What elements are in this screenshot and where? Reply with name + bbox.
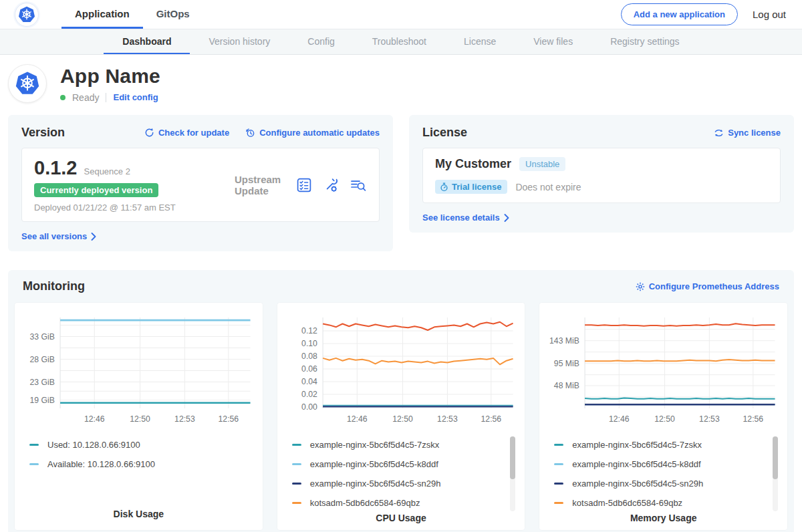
gear-icon — [636, 282, 645, 291]
chart-title: Memory Usage — [547, 513, 779, 527]
memory-usage-legend: example-nginx-5bc6f5d4c5-7zskxexample-ng… — [554, 435, 779, 513]
legend-dash-icon — [554, 444, 563, 446]
legend-item: example-nginx-5bc6f5d4c5-k8ddf — [554, 454, 779, 474]
deployed-timestamp: Deployed 01/21/22 @ 11:57 am EST — [34, 203, 235, 213]
see-license-details-link[interactable]: See license details — [422, 213, 509, 223]
legend-item: kotsadm-5db6dc6584-69qbz — [554, 493, 779, 513]
legend-dash-icon — [292, 502, 301, 504]
license-type-badge: Trial license — [435, 180, 507, 194]
kubernetes-app-icon — [14, 70, 41, 97]
subnav-tab-version-history[interactable]: Version history — [190, 29, 289, 54]
subnav-tab-view-files[interactable]: View files — [515, 29, 591, 54]
svg-text:19 GiB: 19 GiB — [30, 396, 55, 405]
license-card-title: License — [422, 126, 467, 140]
config-wrench-icon[interactable] — [323, 177, 339, 193]
legend-dash-icon — [554, 463, 563, 465]
page-title: App Name — [60, 65, 160, 88]
legend-item: example-nginx-5bc6f5d4c5-sn29h — [292, 474, 517, 493]
kubernetes-logo[interactable] — [15, 3, 39, 27]
svg-text:12:50: 12:50 — [655, 414, 676, 424]
svg-text:33 GiB: 33 GiB — [30, 332, 55, 342]
legend-label: example-nginx-5bc6f5d4c5-7zskx — [572, 440, 702, 450]
svg-text:0.04: 0.04 — [301, 377, 317, 386]
legend-dash-icon — [29, 463, 39, 465]
svg-text:12:56: 12:56 — [219, 414, 239, 424]
legend-dash-icon — [29, 444, 39, 446]
version-sequence: Sequence 2 — [84, 166, 130, 176]
deployed-badge: Currently deployed version — [34, 183, 158, 197]
svg-text:48 MiB: 48 MiB — [554, 381, 579, 390]
svg-text:0.08: 0.08 — [301, 352, 317, 361]
version-card: Version Check for update — [8, 115, 393, 251]
channel-badge: Unstable — [519, 157, 565, 171]
chevron-right-icon — [91, 233, 96, 241]
svg-text:12:50: 12:50 — [130, 414, 150, 424]
chart-title: CPU Usage — [285, 513, 517, 527]
legend-item: kotsadm-5db6dc6584-69qbz — [292, 493, 517, 513]
legend-scrollbar-thumb[interactable] — [773, 436, 778, 479]
status-text: Ready — [72, 92, 99, 103]
monitoring-section: Monitoring Configure Prometheus Address … — [8, 270, 794, 532]
subnav-tab-config[interactable]: Config — [289, 29, 353, 54]
chevron-right-icon — [504, 214, 509, 222]
svg-text:143 MiB: 143 MiB — [549, 336, 579, 346]
svg-text:12:46: 12:46 — [609, 414, 630, 424]
logout-link[interactable]: Log out — [753, 9, 786, 20]
subnav-tab-license[interactable]: License — [445, 29, 515, 54]
legend-item: example-nginx-5bc6f5d4c5-7zskx — [292, 435, 517, 454]
license-panel: My Customer Unstable Trial license Does … — [422, 148, 781, 203]
cpu-usage-legend: example-nginx-5bc6f5d4c5-7zskxexample-ng… — [292, 435, 517, 513]
kubernetes-logo-icon — [17, 5, 36, 24]
status-dot — [60, 95, 65, 100]
version-card-title: Version — [21, 126, 65, 140]
version-source: Upstream Update — [235, 174, 296, 196]
svg-text:12:53: 12:53 — [437, 414, 458, 424]
chart-title: Disk Usage — [23, 509, 255, 523]
subnav-tab-dashboard[interactable]: Dashboard — [104, 29, 190, 54]
edit-config-link[interactable]: Edit config — [113, 92, 158, 102]
configure-automatic-updates-link[interactable]: Configure automatic updates — [245, 128, 380, 138]
memory-usage-chart-card: 12:4612:5012:5312:56143 MiB95 MiB48 MiB … — [539, 303, 787, 530]
legend-scrollbar-thumb[interactable] — [510, 436, 515, 479]
legend-dash-icon — [292, 463, 301, 465]
see-all-versions-link[interactable]: See all versions — [21, 231, 96, 241]
subnav-tab-troubleshoot[interactable]: Troubleshoot — [354, 29, 445, 54]
schedule-update-icon — [245, 128, 255, 138]
svg-text:0.00: 0.00 — [301, 402, 317, 412]
disk-usage-chart-card: 12:4612:5012:5312:5633 GiB28 GiB23 GiB19… — [15, 303, 263, 530]
subnav-tab-registry-settings[interactable]: Registry settings — [591, 29, 698, 54]
legend-item: Used: 10.128.0.66:9100 — [29, 435, 255, 454]
legend-dash-icon — [554, 502, 563, 504]
check-for-update-link[interactable]: Check for update — [144, 128, 229, 138]
legend-label: Used: 10.128.0.66:9100 — [47, 440, 140, 450]
add-application-button[interactable]: Add a new application — [621, 3, 738, 25]
legend-label: example-nginx-5bc6f5d4c5-7zskx — [310, 440, 440, 450]
legend-scrollbar[interactable] — [773, 436, 778, 511]
license-expiry: Does not expire — [515, 182, 581, 192]
topnav-tab-application[interactable]: Application — [61, 0, 143, 29]
disk-usage-plot: 12:4612:5012:5312:5633 GiB28 GiB23 GiB19… — [23, 311, 255, 432]
memory-usage-plot: 12:4612:5012:5312:56143 MiB95 MiB48 MiB — [547, 311, 779, 432]
configure-prometheus-link[interactable]: Configure Prometheus Address — [636, 281, 779, 291]
legend-dash-icon — [292, 444, 301, 446]
legend-label: example-nginx-5bc6f5d4c5-sn29h — [310, 479, 441, 489]
disk-usage-legend: Used: 10.128.0.66:9100Available: 10.128.… — [29, 435, 255, 509]
svg-text:0.02: 0.02 — [301, 390, 317, 399]
topnav-tabs: ApplicationGitOps — [61, 0, 203, 29]
deploy-logs-icon[interactable] — [350, 177, 367, 193]
current-version-panel: 0.1.2 Sequence 2 Currently deployed vers… — [21, 148, 380, 222]
svg-text:12:46: 12:46 — [347, 414, 368, 424]
cpu-usage-chart-card: 12:4612:5012:5312:560.120.100.080.060.04… — [277, 303, 525, 530]
sync-license-link[interactable]: Sync license — [714, 128, 781, 138]
legend-label: example-nginx-5bc6f5d4c5-sn29h — [572, 479, 703, 489]
app-icon — [8, 64, 47, 103]
topnav-tab-gitops[interactable]: GitOps — [143, 0, 203, 29]
stopwatch-icon — [440, 182, 448, 192]
top-navbar: ApplicationGitOps Add a new application … — [0, 0, 802, 29]
svg-text:23 GiB: 23 GiB — [30, 378, 55, 387]
app-header: App Name Ready Edit config — [0, 55, 802, 110]
legend-scrollbar[interactable] — [510, 436, 515, 511]
svg-text:12:46: 12:46 — [84, 414, 105, 424]
legend-item: example-nginx-5bc6f5d4c5-sn29h — [554, 474, 779, 493]
preflight-checks-icon[interactable] — [296, 177, 312, 193]
